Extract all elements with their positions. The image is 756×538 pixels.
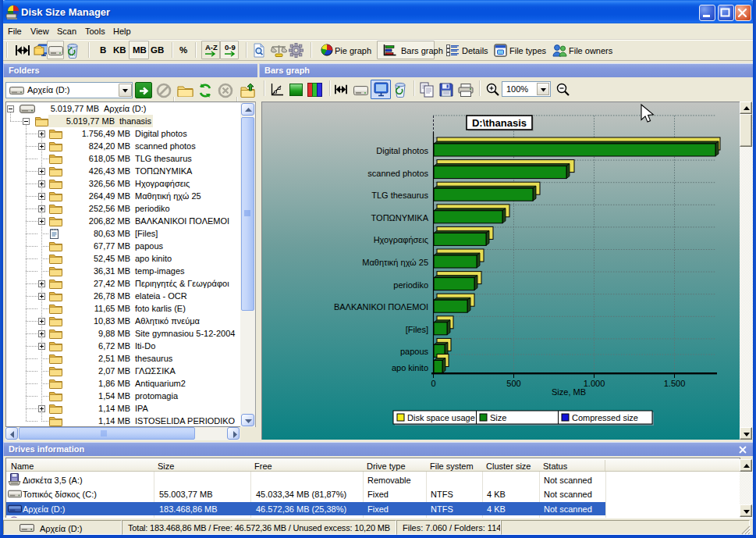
svg-text:500: 500 [506,379,520,388]
svg-text:scanned photos: scanned photos [367,169,428,178]
svg-text:ΒΑΛΚΑΝΙΚΟΙ ΠΟΛΕΜΟΙ: ΒΑΛΚΑΝΙΚΟΙ ΠΟΛΕΜΟΙ [334,302,428,312]
svg-text:Ηχογραφήσεις: Ηχογραφήσεις [374,235,428,244]
svg-text:Disk space usage: Disk space usage [407,413,475,422]
svg-text:D:\thanasis: D:\thanasis [472,117,527,129]
svg-text:1.000: 1.000 [584,379,605,388]
svg-text:Digital photos: Digital photos [376,146,428,155]
svg-text:[Files]: [Files] [406,325,428,334]
svg-text:ΤΟΠΩΝΥΜΙΚΑ: ΤΟΠΩΝΥΜΙΚΑ [371,213,429,223]
svg-text:0: 0 [431,379,435,388]
svg-text:Size: Size [490,413,506,422]
svg-text:Μαθητική ηχώ 25: Μαθητική ηχώ 25 [362,258,428,267]
svg-text:TLG thesaurus: TLG thesaurus [371,191,428,200]
svg-text:apo kinito: apo kinito [392,363,428,372]
svg-text:1.500: 1.500 [664,379,686,388]
svg-text:A-Z: A-Z [205,43,218,52]
svg-text:Size, MB: Size, MB [552,387,586,397]
svg-text:periodiko: periodiko [393,280,428,290]
svg-text:papous: papous [400,347,429,356]
svg-text:Compressed size: Compressed size [572,413,638,422]
svg-text:0-9: 0-9 [225,43,236,52]
